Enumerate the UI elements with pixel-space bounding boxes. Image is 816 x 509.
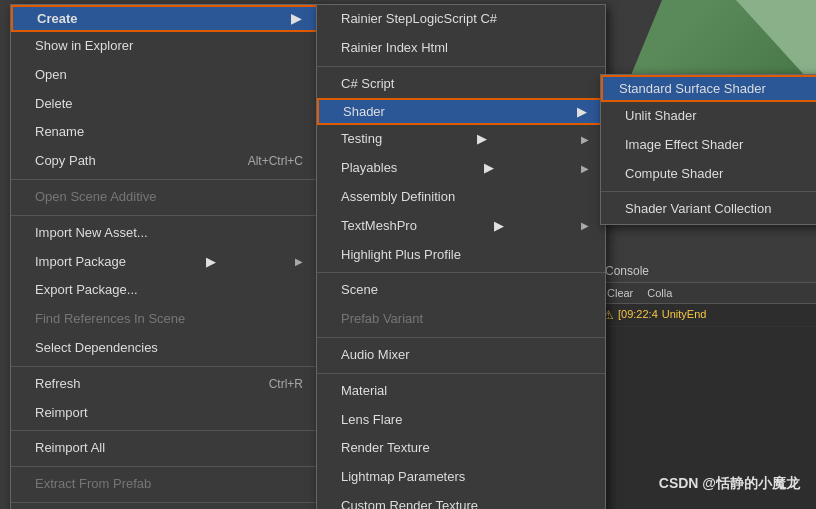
menu-item-prefab-variant: Prefab Variant	[317, 305, 605, 334]
menu-item-delete[interactable]: Delete	[11, 90, 319, 119]
separator-2	[11, 215, 319, 216]
separator-1	[11, 179, 319, 180]
separator-4	[11, 430, 319, 431]
menu-item-image-effect-shader[interactable]: Image Effect Shader	[601, 131, 816, 160]
menu-item-assembly-definition[interactable]: Assembly Definition	[317, 183, 605, 212]
l2-separator-1	[317, 66, 605, 67]
l2-separator-3	[317, 337, 605, 338]
menu-item-reimport[interactable]: Reimport	[11, 399, 319, 428]
menu-item-find-references: Find References In Scene	[11, 305, 319, 334]
menu-item-copy-path[interactable]: Copy Path Alt+Ctrl+C	[11, 147, 319, 176]
menu-item-show-explorer[interactable]: Show in Explorer	[11, 32, 319, 61]
menu-item-shader[interactable]: Shader ▶	[317, 98, 605, 125]
context-menu-level2: Rainier StepLogicScript C# Rainier Index…	[316, 4, 606, 509]
menu-item-csharp-script[interactable]: C# Script	[317, 70, 605, 99]
menu-item-select-dependencies[interactable]: Select Dependencies	[11, 334, 319, 363]
menu-item-scene[interactable]: Scene	[317, 276, 605, 305]
menu-item-highlight-plus[interactable]: Highlight Plus Profile	[317, 241, 605, 270]
copy-path-shortcut: Alt+Ctrl+C	[248, 152, 303, 171]
separator-6	[11, 502, 319, 503]
menu-item-rainier-steplogic[interactable]: Rainier StepLogicScript C#	[317, 5, 605, 34]
menu-item-import-package[interactable]: Import Package ▶	[11, 248, 319, 277]
menu-item-material[interactable]: Material	[317, 377, 605, 406]
submenu-arrow-create: ▶	[291, 11, 301, 26]
l2-separator-4	[317, 373, 605, 374]
separator-3	[11, 366, 319, 367]
menu-item-textmeshpro[interactable]: TextMeshPro ▶	[317, 212, 605, 241]
menu-item-rename[interactable]: Rename	[11, 118, 319, 147]
menu-item-open-scene-additive: Open Scene Additive	[11, 183, 319, 212]
submenu-arrow-import-package: ▶	[206, 252, 216, 273]
submenu-arrow-shader: ▶	[577, 104, 587, 119]
submenu-arrow-textmeshpro: ▶	[494, 216, 504, 237]
console-panel: Console Clear Colla ⚠ [09:22:4 UnityEnd	[596, 260, 816, 509]
menu-item-extract-prefab: Extract From Prefab	[11, 470, 319, 499]
menu-item-unlit-shader[interactable]: Unlit Shader	[601, 102, 816, 131]
console-clear-button[interactable]: Clear	[603, 286, 637, 300]
l3-separator-1	[601, 191, 816, 192]
menu-item-custom-render-texture[interactable]: Custom Render Texture	[317, 492, 605, 509]
console-log-entry: ⚠ [09:22:4 UnityEnd	[597, 304, 816, 327]
l2-separator-2	[317, 272, 605, 273]
menu-item-rainier-index-html[interactable]: Rainier Index Html	[317, 34, 605, 63]
menu-item-lightmap-params[interactable]: Lightmap Parameters	[317, 463, 605, 492]
menu-item-testing[interactable]: Testing ▶	[317, 125, 605, 154]
console-toolbar: Clear Colla	[597, 283, 816, 304]
console-log-text: UnityEnd	[662, 308, 707, 322]
menu-item-create-label: Create	[37, 11, 77, 26]
menu-item-audio-mixer[interactable]: Audio Mixer	[317, 341, 605, 370]
menu-item-import-new-asset[interactable]: Import New Asset...	[11, 219, 319, 248]
menu-item-reimport-all[interactable]: Reimport All	[11, 434, 319, 463]
menu-item-export-package[interactable]: Export Package...	[11, 276, 319, 305]
menu-item-compute-shader[interactable]: Compute Shader	[601, 160, 816, 189]
menu-item-open[interactable]: Open	[11, 61, 319, 90]
submenu-arrow-playables: ▶	[484, 158, 494, 179]
menu-item-playables[interactable]: Playables ▶	[317, 154, 605, 183]
refresh-shortcut: Ctrl+R	[269, 375, 303, 394]
watermark-text: CSDN @恬静的小魔龙	[659, 475, 800, 493]
context-menu-level3: Standard Surface Shader Unlit Shader Ima…	[600, 74, 816, 225]
menu-item-render-texture[interactable]: Render Texture	[317, 434, 605, 463]
menu-item-create[interactable]: Create ▶	[11, 5, 319, 32]
separator-5	[11, 466, 319, 467]
console-header: Console	[597, 260, 816, 283]
menu-item-refresh[interactable]: Refresh Ctrl+R	[11, 370, 319, 399]
console-title: Console	[605, 264, 649, 278]
context-menu-level1: Create ▶ Show in Explorer Open Delete Re…	[10, 4, 320, 509]
menu-item-lens-flare[interactable]: Lens Flare	[317, 406, 605, 435]
console-collapse-button[interactable]: Colla	[643, 286, 676, 300]
menu-item-shader-variant-collection[interactable]: Shader Variant Collection	[601, 195, 816, 224]
menu-item-standard-surface-shader[interactable]: Standard Surface Shader	[601, 75, 816, 102]
submenu-arrow-testing: ▶	[477, 129, 487, 150]
console-log-time: [09:22:4	[618, 308, 658, 322]
